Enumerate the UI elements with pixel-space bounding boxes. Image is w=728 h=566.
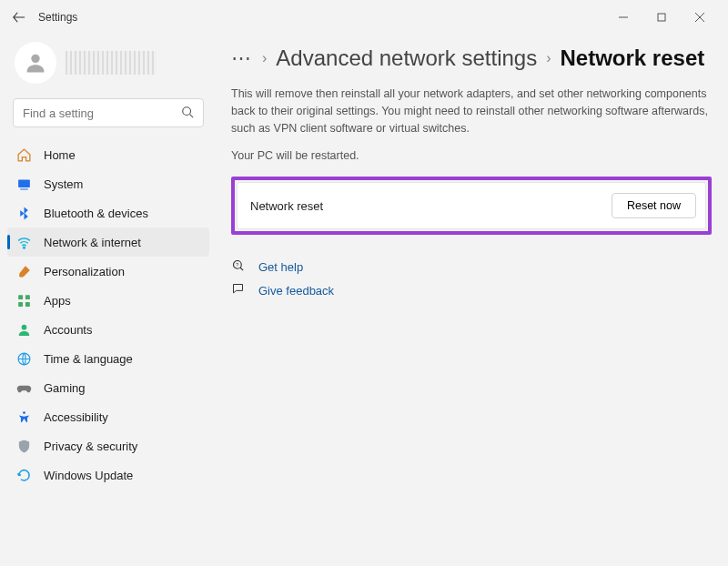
gaming-icon [16,380,32,396]
svg-text:?: ? [236,262,238,268]
get-help-link[interactable]: ? Get help [231,255,712,278]
nav-item-system[interactable]: System [7,169,209,198]
nav-item-update[interactable]: Windows Update [7,460,209,490]
nav-label: Accessibility [44,410,108,424]
help-icon: ? [231,258,246,275]
avatar [15,42,56,84]
window-controls [610,5,723,30]
page-restart-note: Your PC will be restarted. [231,149,712,162]
nav-item-personalization[interactable]: Personalization [7,257,209,286]
page-title: Network reset [560,45,704,71]
nav-item-time[interactable]: Time & language [7,344,209,373]
reset-label: Network reset [250,199,323,213]
sidebar: Home System Bluetooth & devices Network … [0,35,215,566]
update-icon [16,468,32,483]
svg-rect-8 [20,188,28,189]
nav-label: Apps [44,294,71,308]
home-icon [16,147,32,163]
link-label: Give feedback [258,284,334,298]
chevron-right-icon: › [546,50,551,66]
highlight-annotation: Network reset Reset now [231,177,712,235]
svg-point-9 [24,247,25,248]
shield-icon [16,439,32,454]
page-description: This will remove then reinstall all your… [231,86,712,136]
nav-label: Time & language [44,352,133,366]
nav-label: Network & internet [44,236,141,249]
nav-item-accounts[interactable]: Accounts [7,315,209,344]
user-profile[interactable] [7,35,209,98]
svg-rect-7 [18,179,30,187]
svg-rect-12 [18,301,23,306]
main-content: ⋯ › Advanced network settings › Network … [215,35,728,566]
svg-point-16 [23,411,25,414]
nav-item-bluetooth[interactable]: Bluetooth & devices [7,198,209,227]
link-label: Get help [258,260,303,274]
breadcrumb: ⋯ › Advanced network settings › Network … [231,45,712,71]
brush-icon [16,264,32,279]
nav-label: Home [44,148,76,162]
nav-label: Accounts [44,323,92,337]
back-button[interactable] [5,4,33,31]
nav-item-network[interactable]: Network & internet [7,227,209,257]
nav-label: Gaming [44,381,86,395]
svg-point-4 [31,55,39,63]
support-links: ? Get help Give feedback [231,255,712,302]
bluetooth-icon [16,206,32,221]
nav-list: Home System Bluetooth & devices Network … [7,140,209,490]
network-reset-card: Network reset Reset now [237,182,706,229]
accessibility-icon [16,409,32,425]
chevron-right-icon: › [262,50,267,66]
svg-rect-13 [25,301,30,306]
svg-point-14 [22,324,27,329]
nav-item-home[interactable]: Home [7,140,209,169]
window-title: Settings [38,11,77,24]
minimize-button[interactable] [610,5,637,30]
system-icon [16,177,32,192]
nav-label: Personalization [44,265,125,278]
nav-label: Bluetooth & devices [44,207,148,220]
titlebar: Settings [0,0,728,35]
search-input[interactable] [23,106,181,120]
globe-icon [16,351,32,367]
user-icon [16,322,32,338]
svg-rect-1 [658,14,665,21]
nav-label: Privacy & security [44,440,137,453]
svg-rect-11 [25,295,30,299]
nav-item-apps[interactable]: Apps [7,286,209,315]
nav-item-privacy[interactable]: Privacy & security [7,431,209,460]
svg-rect-10 [18,295,23,299]
search-icon [181,106,194,121]
breadcrumb-parent[interactable]: Advanced network settings [276,45,537,71]
svg-line-18 [240,268,243,270]
feedback-icon [231,282,246,298]
reset-now-button[interactable]: Reset now [612,193,696,218]
nav-label: System [44,177,83,191]
nav-item-accessibility[interactable]: Accessibility [7,402,209,431]
svg-point-5 [183,106,191,115]
breadcrumb-overflow[interactable]: ⋯ [231,46,253,70]
maximize-button[interactable] [648,5,675,30]
search-box[interactable] [13,98,204,127]
wifi-icon [16,235,32,250]
give-feedback-link[interactable]: Give feedback [231,278,712,302]
svg-line-6 [190,114,194,117]
apps-icon [16,293,32,308]
nav-label: Windows Update [44,469,133,482]
profile-name-redacted [66,51,157,75]
nav-item-gaming[interactable]: Gaming [7,373,209,402]
close-button[interactable] [686,5,713,30]
